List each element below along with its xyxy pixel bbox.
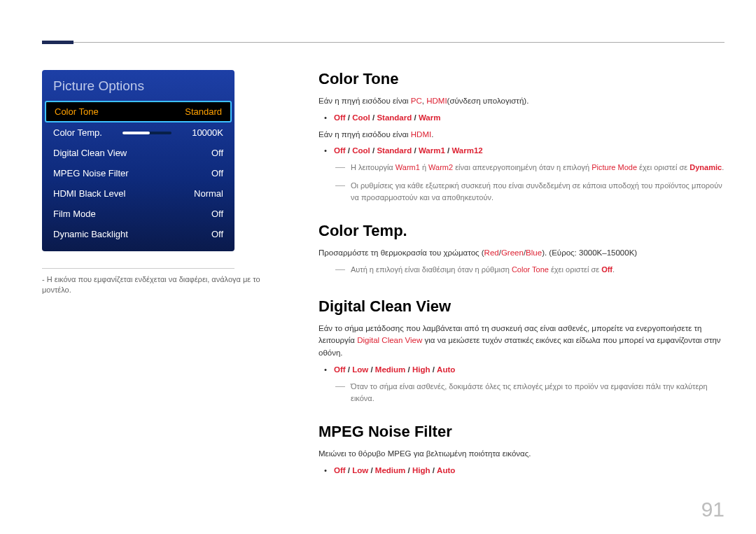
menu-title: Picture Options [42, 70, 234, 101]
opt: High [412, 365, 430, 374]
opt: Auto [437, 466, 455, 475]
page-top-mark [42, 41, 74, 44]
text: ). (Εύρος: 3000K–15000K) [542, 248, 637, 257]
mpeg-p1: Μειώνει το θόρυβο MPEG για βελτιωμένη πο… [318, 448, 724, 461]
opt: Off [334, 113, 346, 122]
opt: Medium [375, 466, 405, 475]
text: Εάν η πηγή εισόδου είναι [318, 130, 411, 139]
section-title-dcv: Digital Clean View [318, 297, 724, 316]
color-tone-opts1: • Off / Cool / Standard / Warm [324, 112, 724, 125]
text: είναι απενεργοποιημένη όταν η επιλογή [453, 163, 592, 171]
menu-item-value: Normal [194, 188, 223, 199]
kw: Color Tone [512, 265, 549, 274]
menu-item-value: 10000K [192, 127, 223, 138]
note-body: Οι ρυθμίσεις για κάθε εξωτερική συσκευή … [351, 180, 724, 204]
menu-item-slider [122, 132, 172, 134]
dcv-note1: ― Όταν το σήμα είναι ασθενές, δοκιμάστε … [335, 381, 724, 405]
text: έχει οριστεί σε [549, 265, 601, 274]
opt: Warm [419, 113, 441, 122]
kw: Off [601, 265, 612, 274]
opt: Warm1 [419, 146, 445, 155]
opt: Off [334, 146, 346, 155]
page-top-rule [42, 42, 724, 43]
menu-item-label: Color Tone [55, 106, 99, 117]
color-tone-note2: ― Οι ρυθμίσεις για κάθε εξωτερική συσκευ… [335, 180, 724, 204]
color-tone-p1: Εάν η πηγή εισόδου είναι PC, HDMI(σύνδεσ… [318, 95, 724, 108]
opts-text: Off / Cool / Standard / Warm [334, 112, 440, 125]
kw: Blue [526, 248, 542, 257]
menu-item-digital-clean-view[interactable]: Digital Clean View Off [42, 143, 234, 163]
color-temp-p1: Προσαρμόστε τη θερμοκρασία του χρώματος … [318, 247, 724, 260]
kw: Warm1 [396, 163, 420, 171]
section-title-mpeg: MPEG Noise Filter [318, 423, 724, 441]
note-body: Όταν το σήμα είναι ασθενές, δοκιμάστε όλ… [351, 381, 724, 405]
menu-item-label: Digital Clean View [53, 148, 127, 158]
note-body: Αυτή η επιλογή είναι διαθέσιμη όταν η ρύ… [351, 264, 724, 279]
text: . [431, 130, 433, 139]
menu-item-value: Standard [185, 106, 222, 117]
menu-item-value: Off [211, 168, 223, 178]
kw-pc: PC [411, 97, 422, 105]
opt: Auto [437, 365, 455, 374]
kw: Picture Mode [592, 163, 637, 171]
menu-item-value: Off [211, 148, 223, 158]
text: Η λειτουργία [351, 163, 396, 171]
bullet-icon: • [324, 145, 327, 157]
menu-item-slider-fill [122, 132, 150, 134]
note-icon: ― [335, 379, 345, 402]
opt: Standard [377, 146, 412, 155]
menu-item-color-temp[interactable]: Color Temp. 10000K [42, 122, 234, 143]
opt: Off [334, 466, 346, 475]
kw: Green [501, 248, 524, 257]
menu-caption-rule [42, 268, 234, 269]
opts-text: Off / Low / Medium / High / Auto [334, 364, 455, 377]
color-tone-p2: Εάν η πηγή εισόδου είναι HDMI. [318, 129, 724, 141]
dcv-opts: • Off / Low / Medium / High / Auto [324, 364, 724, 377]
menu-item-label: Dynamic Backlight [53, 229, 128, 239]
menu-item-value: Off [211, 209, 223, 219]
menu-caption: - Η εικόνα που εμφανίζεται ενδέχεται να … [42, 274, 284, 296]
menu-item-film-mode[interactable]: Film Mode Off [42, 204, 234, 224]
note-icon: ― [335, 178, 345, 202]
opt: Standard [377, 113, 412, 122]
bullet-icon: • [324, 112, 327, 125]
menu-item-value: Off [211, 229, 223, 239]
kw: Dynamic [690, 163, 722, 171]
opts-text: Off / Cool / Standard / Warm1 / Warm12 [334, 145, 483, 157]
text: Αυτή η επιλογή είναι διαθέσιμη όταν η ρύ… [351, 265, 512, 274]
menu-item-hdmi-black-level[interactable]: HDMI Black Level Normal [42, 183, 234, 204]
menu-item-label: Film Mode [53, 209, 96, 219]
menu-item-color-tone[interactable]: Color Tone Standard [45, 101, 232, 122]
text: (σύνδεση υπολογιστή). [447, 97, 529, 105]
kw: Red [484, 248, 499, 257]
opt: Warm12 [451, 146, 482, 155]
menu-caption-text: Η εικόνα που εμφανίζεται ενδέχεται να δι… [42, 275, 260, 294]
opt: Low [352, 365, 368, 374]
left-column: Picture Options Color Tone Standard Colo… [42, 70, 290, 506]
text: Προσαρμόστε τη θερμοκρασία του χρώματος … [318, 248, 484, 257]
right-column: Color Tone Εάν η πηγή εισόδου είναι PC, … [318, 70, 724, 506]
menu-item-mpeg-noise-filter[interactable]: MPEG Noise Filter Off [42, 163, 234, 183]
page-number: 91 [701, 498, 724, 521]
kw-hdmi: HDMI [426, 97, 447, 105]
bullet-icon: • [324, 465, 327, 477]
text: Εάν η πηγή εισόδου είναι [318, 97, 411, 105]
dcv-p1: Εάν το σήμα μετάδοσης που λαμβάνεται από… [318, 323, 724, 360]
text: . [722, 163, 724, 171]
kw: Warm2 [428, 163, 453, 171]
opt: High [412, 466, 430, 475]
opt: Cool [352, 113, 370, 122]
kw: Digital Clean View [357, 336, 422, 344]
menu-item-label: HDMI Black Level [53, 188, 125, 199]
menu-caption-prefix: - [42, 275, 45, 283]
note-icon: ― [335, 262, 345, 277]
menu-item-dynamic-backlight[interactable]: Dynamic Backlight Off [42, 224, 234, 244]
menu-item-label: MPEG Noise Filter [53, 168, 129, 178]
note-icon: ― [335, 160, 345, 175]
color-tone-note1: ― Η λειτουργία Warm1 ή Warm2 είναι απενε… [335, 162, 724, 177]
opt: Cool [352, 146, 370, 155]
section-title-color-tone: Color Tone [318, 70, 724, 88]
text: . [612, 265, 615, 274]
opts-text: Off / Low / Medium / High / Auto [334, 465, 455, 477]
page-content: Picture Options Color Tone Standard Colo… [42, 70, 724, 506]
